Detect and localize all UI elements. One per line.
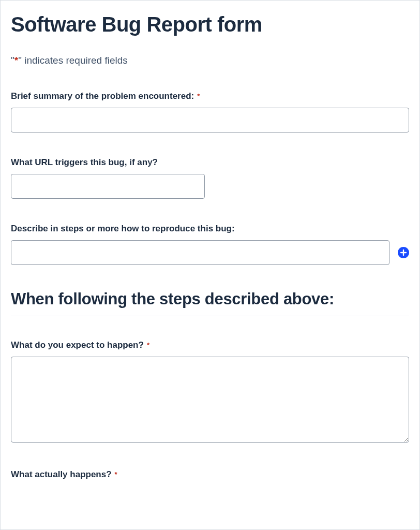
bug-report-form: Software Bug Report form "*" indicates r… <box>0 0 420 530</box>
required-note-prefix: " <box>11 55 14 66</box>
field-actual: What actually happens?* <box>11 469 409 480</box>
summary-input[interactable] <box>11 108 409 132</box>
field-summary: Brief summary of the problem encountered… <box>11 91 409 132</box>
steps-label: Describe in steps or more how to reprodu… <box>11 224 409 234</box>
section-divider <box>11 316 409 316</box>
required-mark: * <box>115 470 117 478</box>
actual-label-text: What actually happens? <box>11 469 112 479</box>
expect-label-text: What do you expect to happen? <box>11 340 144 350</box>
required-mark: * <box>197 92 200 100</box>
field-url: What URL triggers this bug, if any? <box>11 157 409 199</box>
required-note-suffix: " indicates required fields <box>18 55 128 66</box>
field-expect: What do you expect to happen?* <box>11 340 409 445</box>
steps-row <box>11 240 409 265</box>
required-mark: * <box>147 341 149 349</box>
actual-label: What actually happens?* <box>11 469 409 480</box>
section-heading: When following the steps described above… <box>11 290 409 308</box>
steps-input[interactable] <box>11 240 389 265</box>
expect-textarea[interactable] <box>11 357 409 443</box>
page-title: Software Bug Report form <box>11 13 409 36</box>
field-steps: Describe in steps or more how to reprodu… <box>11 224 409 265</box>
summary-label: Brief summary of the problem encountered… <box>11 91 409 101</box>
summary-label-text: Brief summary of the problem encountered… <box>11 91 194 101</box>
url-label: What URL triggers this bug, if any? <box>11 157 409 168</box>
expect-label: What do you expect to happen?* <box>11 340 409 350</box>
url-label-text: What URL triggers this bug, if any? <box>11 157 158 167</box>
plus-icon <box>400 249 407 256</box>
url-input[interactable] <box>11 174 205 199</box>
add-step-button[interactable] <box>398 247 409 258</box>
steps-label-text: Describe in steps or more how to reprodu… <box>11 224 235 233</box>
required-fields-note: "*" indicates required fields <box>11 55 409 66</box>
